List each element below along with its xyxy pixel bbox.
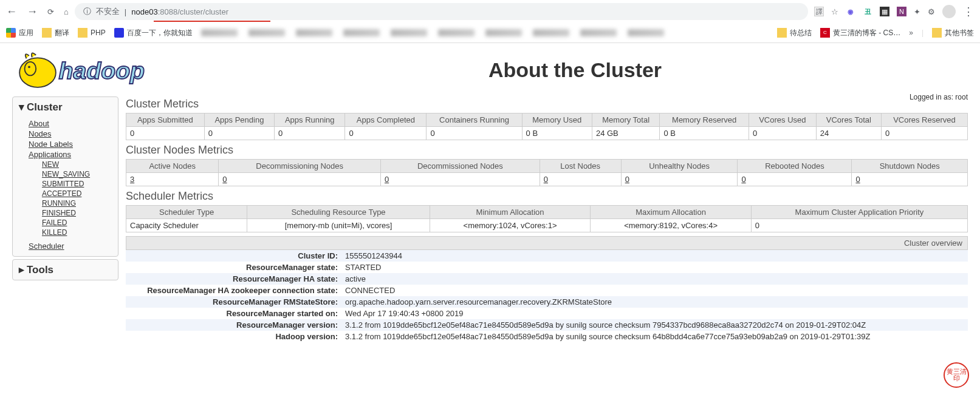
folder-icon	[78, 28, 87, 38]
bookmark-blog[interactable]: C黄三清的博客 - CS…	[820, 28, 900, 38]
td-value: <memory:8192, vCores:4>	[591, 219, 752, 232]
sidebar-app-new-saving[interactable]: NEW_SAVING	[13, 169, 118, 179]
bookmarks-overflow-icon[interactable]: »	[909, 29, 913, 37]
caret-right-icon: ▸	[19, 263, 24, 276]
ext-onenote-icon[interactable]: N	[897, 7, 906, 16]
td-link[interactable]: 0	[621, 173, 738, 186]
th-active-nodes: Active Nodes	[126, 160, 219, 173]
bookmark-other[interactable]: 其他书签	[932, 28, 974, 38]
th-max-alloc: Maximum Allocation	[591, 206, 752, 219]
bookmark-pending[interactable]: 待总结	[777, 28, 812, 38]
folder-icon	[42, 28, 52, 38]
th-apps-pending: Apps Pending	[204, 113, 274, 127]
sidebar-app-new[interactable]: NEW	[13, 160, 118, 169]
bookmark-translate[interactable]: 翻译	[42, 28, 69, 38]
bookmarks-bar: 应用 翻译 PHP 百度一下，你就知道 待总结 C黄三清的博客 - CS… » …	[0, 23, 980, 42]
svg-point-1	[25, 62, 36, 75]
td-value: 0	[427, 127, 522, 140]
caret-down-icon: ▾	[19, 101, 24, 113]
sidebar-app-finished[interactable]: FINISHED	[13, 208, 118, 218]
sidebar-app-submitted[interactable]: SUBMITTED	[13, 179, 118, 189]
sidebar-node-labels[interactable]: Node Labels	[13, 139, 118, 149]
td-value: 24 GB	[592, 127, 660, 140]
sidebar-nodes[interactable]: Nodes	[13, 129, 118, 139]
kv-key: Cluster ID:	[126, 250, 341, 262]
back-button[interactable]: ←	[6, 5, 17, 18]
folder-icon	[932, 28, 942, 38]
svg-point-0	[19, 58, 56, 87]
th-vcores-used: VCores Used	[749, 113, 816, 127]
extension-icons: 譯 ☆ ◉ 丑 ▦ N ✦ ⚙ ⋮	[814, 5, 974, 18]
sidebar-scheduler[interactable]: Scheduler	[13, 241, 118, 251]
td-link[interactable]: 0	[540, 173, 621, 186]
cluster-nodes-heading: Cluster Nodes Metrics	[126, 144, 968, 157]
kv-value: active	[341, 273, 968, 285]
browser-menu-icon[interactable]: ⋮	[963, 5, 974, 18]
th-memory-reserved: Memory Reserved	[660, 113, 749, 127]
svg-text:hadoop: hadoop	[59, 58, 145, 84]
td-link[interactable]: 0	[380, 173, 540, 186]
ext-translate-icon[interactable]: 譯	[814, 7, 824, 16]
td-value: 0	[751, 219, 967, 232]
profile-avatar[interactable]	[942, 5, 956, 18]
forward-button[interactable]: →	[27, 5, 38, 18]
reload-button[interactable]: ⟳	[47, 7, 54, 16]
home-button[interactable]: ⌂	[64, 7, 69, 16]
bookmark-baidu[interactable]: 百度一下，你就知道	[114, 28, 193, 38]
td-link[interactable]: 0	[219, 173, 381, 186]
kv-key: ResourceManager HA state:	[126, 273, 341, 285]
th-apps-submitted: Apps Submitted	[126, 113, 205, 127]
td-value: 0	[126, 127, 205, 140]
annotation-url-underline	[154, 21, 270, 22]
info-icon: ⓘ	[83, 6, 91, 17]
page-title: About the Cluster	[182, 58, 968, 82]
security-label: 不安全	[96, 6, 120, 17]
td-link[interactable]: 0	[852, 173, 968, 186]
th-max-priority: Maximum Cluster Application Priority	[751, 206, 967, 219]
bookmark-apps[interactable]: 应用	[6, 28, 33, 38]
kv-value: CONNECTED	[341, 285, 968, 296]
bookmark-star-icon[interactable]: ☆	[831, 7, 838, 16]
page-body: Logged in as: root hadoop About the Clus…	[0, 43, 980, 354]
cluster-metrics-table: Apps Submitted Apps Pending Apps Running…	[126, 113, 968, 140]
sidebar-app-failed[interactable]: FAILED	[13, 218, 118, 228]
th-lost: Lost Nodes	[540, 160, 621, 173]
kv-key: ResourceManager version:	[126, 319, 341, 331]
td-link[interactable]: 3	[126, 173, 219, 186]
kv-value: 1555501243944	[341, 250, 968, 262]
sidebar-cluster-header[interactable]: ▾Cluster	[13, 97, 118, 117]
sidebar-app-running[interactable]: RUNNING	[13, 198, 118, 208]
th-sched-type: Scheduler Type	[126, 206, 247, 219]
address-bar[interactable]: ⓘ 不安全 | node03:8088/cluster/cluster	[75, 3, 808, 20]
kv-key: ResourceManager state:	[126, 262, 341, 273]
ext-icon-2[interactable]: 丑	[863, 7, 872, 16]
th-memory-total: Memory Total	[592, 113, 660, 127]
ext-icon-4[interactable]: ⚙	[928, 7, 935, 16]
ext-icon-1[interactable]: ◉	[846, 7, 855, 16]
sidebar-applications[interactable]: Applications	[13, 149, 118, 160]
td-value: 24	[816, 127, 881, 140]
th-decommissioned: Decommissioned Nodes	[380, 160, 540, 173]
th-apps-completed: Apps Completed	[345, 113, 427, 127]
td-link[interactable]: 0	[738, 173, 852, 186]
sidebar-app-killed[interactable]: KILLED	[13, 228, 118, 237]
ext-qr-icon[interactable]: ▦	[880, 7, 889, 16]
blurred-bookmarks	[201, 29, 769, 36]
apps-grid-icon	[6, 28, 16, 38]
scheduler-metrics-heading: Scheduler Metrics	[126, 190, 968, 203]
kv-value: 3.1.2 from 1019dde65bcf12e05ef48ac71e845…	[341, 331, 968, 342]
sidebar-app-accepted[interactable]: ACCEPTED	[13, 189, 118, 198]
sidebar-about[interactable]: About	[13, 118, 118, 129]
th-sched-resource: Scheduling Resource Type	[247, 206, 430, 219]
main-content: Cluster Metrics Apps Submitted Apps Pend…	[126, 96, 968, 342]
ext-icon-3[interactable]: ✦	[914, 7, 920, 16]
th-decommissioning: Decommissioning Nodes	[219, 160, 381, 173]
sidebar-cluster-section: ▾Cluster About Nodes Node Labels Applica…	[12, 96, 118, 257]
bookmark-php[interactable]: PHP	[78, 28, 106, 38]
kv-key: ResourceManager RMStateStore:	[126, 296, 341, 308]
th-unhealthy: Unhealthy Nodes	[621, 160, 738, 173]
sidebar-tools-header[interactable]: ▸Tools	[13, 260, 118, 280]
td-value: <memory:1024, vCores:1>	[430, 219, 591, 232]
th-vcores-total: VCores Total	[816, 113, 881, 127]
address-bar-row: ← → ⟳ ⌂ ⓘ 不安全 | node03:8088/cluster/clus…	[0, 0, 980, 23]
